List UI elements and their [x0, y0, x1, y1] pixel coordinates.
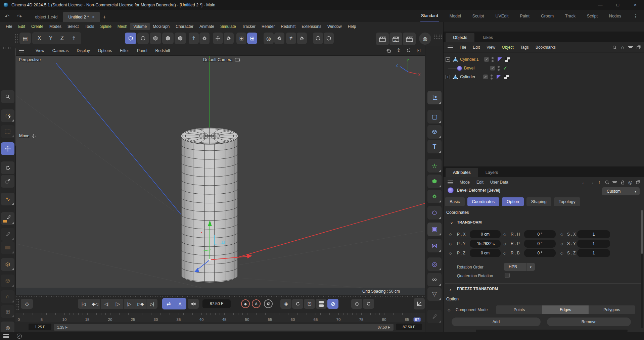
tab-coordinates[interactable]: Coordinates — [467, 197, 499, 206]
coord-settings-gear-icon[interactable] — [199, 33, 210, 44]
axis-lock-x-button[interactable]: X — [34, 33, 45, 44]
enable-toggle-icon[interactable] — [490, 66, 495, 70]
pan-hand-icon[interactable] — [385, 47, 392, 54]
transform-group-label[interactable]: TRANSFORM — [457, 220, 481, 224]
polygon-island-mode-icon[interactable] — [427, 206, 442, 220]
new-tab-button[interactable]: + — [100, 12, 109, 22]
sound-toggle-icon[interactable] — [188, 299, 199, 309]
expand-arrow-icon[interactable]: › — [450, 287, 451, 292]
menu-mesh[interactable]: Mesh — [114, 23, 130, 30]
tree-row-cylinder[interactable]: + Cylinder — [444, 72, 644, 81]
layout-tab-nodes[interactable]: Nodes — [608, 11, 622, 21]
menu-edit[interactable]: Edit — [15, 23, 28, 30]
rp-field[interactable]: 0 ° — [524, 240, 556, 248]
expand-toggle-icon[interactable]: + — [446, 75, 450, 79]
tab-topology[interactable]: Topology — [554, 197, 580, 206]
sculpt-pencil-icon[interactable] — [427, 310, 442, 323]
layout-drawer-icon[interactable]: ▤ — [19, 33, 31, 44]
viewport-menu-filter[interactable]: Filter — [120, 48, 129, 53]
tab-objects[interactable]: Objects — [446, 33, 474, 42]
live-selection-tool-icon[interactable] — [1, 109, 14, 122]
symmetry-mode-icon[interactable]: ⋈ — [427, 239, 442, 252]
key-diamond-icon[interactable]: ◇ — [503, 232, 506, 237]
extrude-cube-icon[interactable] — [1, 258, 14, 271]
polygons-mode-icon[interactable] — [427, 175, 442, 188]
sketch-pen-tool-icon[interactable] — [1, 228, 14, 241]
layout-tab-uvedit[interactable]: UVEdit — [495, 11, 509, 21]
objects-filter-icon[interactable] — [627, 44, 634, 51]
menu-select[interactable]: Select — [64, 23, 82, 30]
objects-search-icon[interactable] — [611, 44, 618, 51]
attributes-menu-mode[interactable]: Mode — [456, 179, 473, 186]
key-disable-icon[interactable]: ⊘ — [327, 299, 338, 309]
mode-hexagon-2-icon[interactable] — [137, 33, 149, 44]
snapping-grid-icon[interactable]: ⊞ — [247, 33, 257, 44]
menu-character[interactable]: Character — [173, 23, 196, 30]
rectangle-selection-tool-icon[interactable] — [1, 125, 14, 138]
axis-mode-icon[interactable] — [427, 91, 442, 104]
history-back-icon[interactable]: ← — [580, 179, 588, 186]
component-mode-points[interactable]: Points — [496, 305, 542, 314]
rb-field[interactable]: 0 ° — [524, 249, 556, 257]
py-field[interactable]: -15.2632 c — [470, 240, 501, 248]
history-forward-icon[interactable]: → — [588, 179, 595, 186]
menu-render[interactable]: Render — [259, 23, 278, 30]
play-button[interactable]: ▷ — [112, 299, 123, 309]
objects-menu-bookmarks[interactable]: Bookmarks — [532, 44, 559, 51]
sx-field[interactable]: 1 — [577, 230, 610, 238]
ffd-cage-tool-icon[interactable]: ⊞ — [1, 305, 14, 318]
fcurve-graph-icon[interactable] — [414, 298, 425, 309]
menu-spline[interactable]: Spline — [97, 23, 114, 30]
attributes-menu-edit[interactable]: Edit — [473, 179, 487, 186]
texture-tag-icon[interactable] — [505, 57, 510, 62]
attributes-horizontal-scrollbar[interactable] — [476, 330, 628, 332]
redo-button[interactable]: ↷ — [14, 11, 25, 21]
layout-tab-model[interactable]: Model — [449, 11, 462, 21]
menu-simulate[interactable]: Simulate — [217, 23, 239, 30]
objects-menu-object[interactable]: Object — [499, 44, 517, 51]
texture-mode-icon[interactable]: T — [427, 140, 442, 153]
workplane-mode-icon[interactable]: ▢ — [427, 110, 442, 124]
model-mode-icon[interactable] — [427, 125, 442, 139]
render-view-icon[interactable] — [376, 33, 389, 45]
key-diamond-icon[interactable]: ◇ — [449, 251, 452, 255]
menu-mograph[interactable]: MoGraph — [150, 23, 173, 30]
objects-home-icon[interactable]: ⌂ — [619, 44, 626, 51]
move-tool-icon[interactable] — [1, 142, 14, 155]
doc-tab-object1[interactable]: object 1.c4d — [30, 12, 63, 22]
viewport-menu-display[interactable]: Display — [77, 48, 90, 53]
ring-mode-icon[interactable]: ◎ — [427, 257, 442, 271]
camera-label[interactable]: Default Camera — [203, 57, 240, 62]
sz-field[interactable]: 1 — [577, 249, 610, 257]
previous-frame-button[interactable]: ◁| — [101, 299, 112, 309]
objects-menu-view[interactable]: View — [483, 44, 499, 51]
component-mode-edges[interactable]: Edges — [542, 305, 589, 314]
attributes-search-icon[interactable] — [603, 179, 611, 186]
objects-menu-edit[interactable]: Edit — [469, 44, 483, 51]
object-name[interactable]: Cylinder — [460, 75, 475, 79]
spline-pen-tool-icon[interactable]: ∿ — [1, 193, 14, 205]
coord-tool-icon[interactable]: ↥ — [189, 33, 199, 44]
viewport-menu-options[interactable]: Options — [98, 48, 112, 53]
tree-row-bevel[interactable]: Bevel ✓ — [444, 64, 644, 72]
attributes-menu-userdata[interactable]: User Data — [487, 179, 512, 186]
layout-tab-standard[interactable]: Standard — [420, 11, 439, 21]
tab-takes[interactable]: Takes — [474, 33, 500, 42]
viewport-solo-magnifier-icon[interactable] — [1, 90, 14, 103]
autokey-record-icon[interactable]: A — [252, 299, 261, 308]
quantize-icon[interactable]: ◎ — [264, 33, 274, 44]
minimize-button[interactable]: — — [592, 0, 609, 10]
mode-hexagon-5-icon[interactable] — [175, 33, 186, 44]
camera-modes-icon[interactable] — [427, 273, 442, 286]
collapse-arrow-icon[interactable]: ∨ — [450, 221, 453, 225]
viewport-menu-view[interactable]: View — [36, 48, 44, 53]
workplane-grid-icon[interactable]: ⊞ — [236, 33, 246, 44]
phong-tag-icon[interactable] — [498, 57, 502, 62]
menu-extensions[interactable]: Extensions — [298, 23, 324, 30]
funnel-mode-icon[interactable]: ▽ — [427, 287, 442, 301]
objects-hamburger-icon[interactable] — [448, 46, 453, 49]
key-diamond-icon[interactable]: ◇ — [449, 232, 452, 237]
render-picture-viewer-icon[interactable]: ▷ — [389, 33, 402, 45]
attributes-filter-icon[interactable] — [611, 179, 618, 186]
edges-mode-gear-icon[interactable] — [427, 190, 442, 203]
